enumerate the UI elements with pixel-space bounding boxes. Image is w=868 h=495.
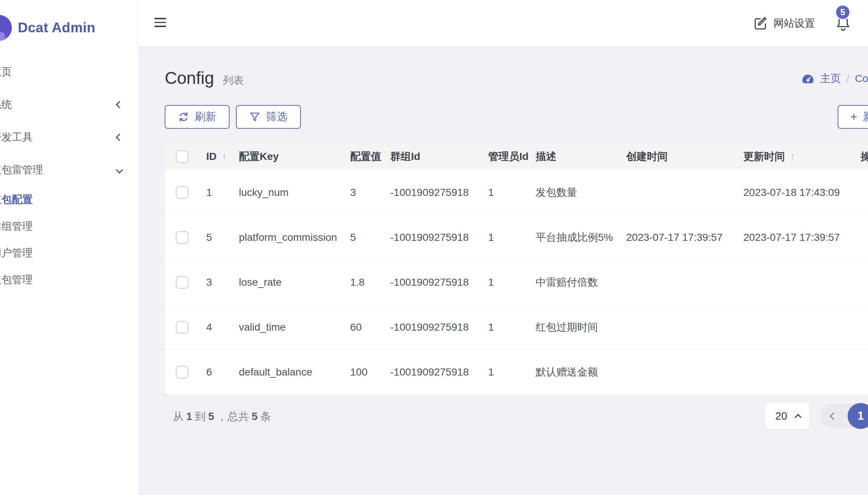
cell-desc: 红包过期时间 [536, 320, 598, 334]
filter-button[interactable]: 筛选 [236, 105, 301, 129]
breadcrumb-home-link[interactable]: 主页 [820, 72, 841, 86]
prev-page-button[interactable] [830, 412, 838, 420]
column-header-value: 配置值 [350, 150, 381, 164]
cell-id: 4 [206, 321, 212, 333]
column-header-admin: 管理员Id [488, 150, 529, 164]
column-header-created: 创建时间 [626, 150, 668, 164]
refresh-icon [178, 111, 189, 122]
sidebar-item-label: 红包管理 [0, 273, 33, 287]
cell-group-id: -1001909275918 [390, 321, 469, 333]
page-size-select[interactable]: 20 [765, 403, 809, 429]
select-all-checkbox[interactable] [176, 150, 188, 163]
site-settings-label: 网站设置 [773, 16, 815, 30]
column-header-group: 群组Id [390, 150, 420, 164]
cell-id: 5 [206, 232, 212, 243]
cell-value: 100 [350, 366, 368, 378]
create-label: 新增 [863, 109, 868, 124]
notification-badge: 5 [835, 4, 851, 20]
sidebar-item-redpacket-config[interactable]: 红包配置 [0, 186, 138, 213]
cell-value: 60 [350, 321, 362, 333]
cell-key: platform_commission [239, 232, 337, 243]
chevron-left-icon [116, 101, 123, 108]
cell-updated: 2023-07-17 17:39:57 [743, 232, 840, 243]
sidebar-item-redpacket-management[interactable]: 红包管理 [0, 266, 138, 293]
row-checkbox[interactable] [176, 366, 188, 378]
row-checkbox[interactable] [176, 231, 188, 244]
cell-value: 5 [350, 232, 356, 243]
table-row: 4 valid_time 60 -1001909275918 1 红包过期时间 [165, 305, 868, 350]
sidebar-item-user-management[interactable]: 用户管理 [0, 240, 138, 266]
sidebar-item-label: 主页 [0, 65, 12, 79]
column-header-updated[interactable]: 更新时间 [743, 151, 785, 162]
sidebar-item-system[interactable]: 系统 [0, 88, 138, 121]
cell-group-id: -1001909275918 [390, 187, 469, 199]
column-header-key: 配置Key [239, 150, 279, 164]
plus-icon: + [850, 110, 857, 124]
table-header-row: ID↑ 配置Key 配置值 群组Id 管理员Id 描述 创建时间 更新时间↑ 操… [165, 143, 868, 170]
sidebar-item-label: 红包雷管理 [0, 163, 43, 177]
breadcrumb-current: Config [855, 73, 868, 85]
column-header-id[interactable]: ID [206, 151, 217, 162]
sidebar-item-label: 红包配置 [0, 193, 33, 207]
pagination-summary: 从1到5，总共5条 [173, 409, 271, 424]
sidebar-menu: 主页 系统 开发工具 红包雷管理 红包配置 群组管理 用户管理 红包管理 [0, 56, 138, 293]
cell-id: 6 [206, 366, 212, 378]
cell-key: lose_rate [239, 276, 282, 288]
cell-desc: 中雷赔付倍数 [536, 275, 598, 289]
current-page-button[interactable]: 1 [848, 403, 868, 429]
dashboard-icon [801, 73, 815, 84]
sidebar: Dcat Admin 主页 系统 开发工具 红包雷管理 红包配置 群组管理 用户… [0, 0, 139, 495]
filter-label: 筛选 [266, 109, 287, 124]
sidebar-item-redpacket-admin[interactable]: 红包雷管理 [0, 154, 138, 186]
refresh-label: 刷新 [195, 109, 216, 124]
site-settings-button[interactable]: 网站设置 [753, 16, 815, 31]
sort-asc-icon[interactable]: ↑ [222, 151, 227, 162]
refresh-button[interactable]: 刷新 [165, 105, 230, 129]
sidebar-item-label: 系统 [0, 98, 12, 112]
notifications-button[interactable]: 5 [835, 14, 851, 33]
pagination: 1 [821, 404, 868, 428]
create-button[interactable]: + 新增 [838, 105, 868, 129]
topbar: 网站设置 5 tes 在线 [139, 0, 868, 46]
cell-key: valid_time [239, 321, 286, 333]
cell-id: 1 [206, 187, 212, 199]
cell-desc: 默认赠送金额 [536, 365, 598, 379]
cell-value: 1.8 [350, 276, 365, 288]
row-checkbox[interactable] [176, 321, 188, 334]
cell-value: 3 [350, 187, 356, 199]
cell-group-id: -1001909275918 [390, 232, 469, 243]
page-title: Config [165, 68, 214, 88]
cell-admin-id: 1 [488, 276, 494, 288]
filter-icon [249, 111, 260, 122]
sidebar-item-home[interactable]: 主页 [0, 56, 138, 88]
sidebar-item-dev-tools[interactable]: 开发工具 [0, 121, 138, 154]
sidebar-item-group-management[interactable]: 群组管理 [0, 213, 138, 240]
brand-name: Dcat Admin [18, 20, 95, 36]
chevron-left-icon [116, 134, 123, 141]
table-row: 3 lose_rate 1.8 -1001909275918 1 中雷赔付倍数 [165, 260, 868, 305]
cell-group-id: -1001909275918 [390, 276, 469, 288]
cell-admin-id: 1 [488, 232, 494, 243]
cell-admin-id: 1 [488, 187, 494, 199]
edit-icon [753, 16, 768, 31]
page-subtitle: 列表 [223, 73, 244, 88]
column-header-action: 操作 [861, 150, 868, 164]
page-size-value: 20 [775, 410, 787, 422]
chevron-up-icon [795, 414, 801, 420]
brand-link[interactable]: Dcat Admin [0, 0, 138, 56]
row-checkbox[interactable] [176, 276, 188, 289]
cell-id: 3 [206, 276, 212, 288]
column-header-desc: 描述 [536, 150, 556, 164]
breadcrumb-separator: / [846, 73, 849, 85]
data-table: ID↑ 配置Key 配置值 群组Id 管理员Id 描述 创建时间 更新时间↑ 操… [165, 143, 868, 395]
cell-admin-id: 1 [488, 321, 494, 333]
cell-admin-id: 1 [488, 366, 494, 378]
table-row: 6 default_balance 100 -1001909275918 1 默… [165, 350, 868, 394]
menu-toggle-icon[interactable] [154, 18, 166, 27]
cell-created: 2023-07-17 17:39:57 [626, 232, 723, 243]
sort-asc-icon[interactable]: ↑ [790, 151, 795, 162]
cell-desc: 平台抽成比例5% [536, 230, 613, 245]
row-checkbox[interactable] [176, 186, 188, 199]
cell-group-id: -1001909275918 [390, 366, 469, 378]
sidebar-item-label: 用户管理 [0, 246, 33, 260]
